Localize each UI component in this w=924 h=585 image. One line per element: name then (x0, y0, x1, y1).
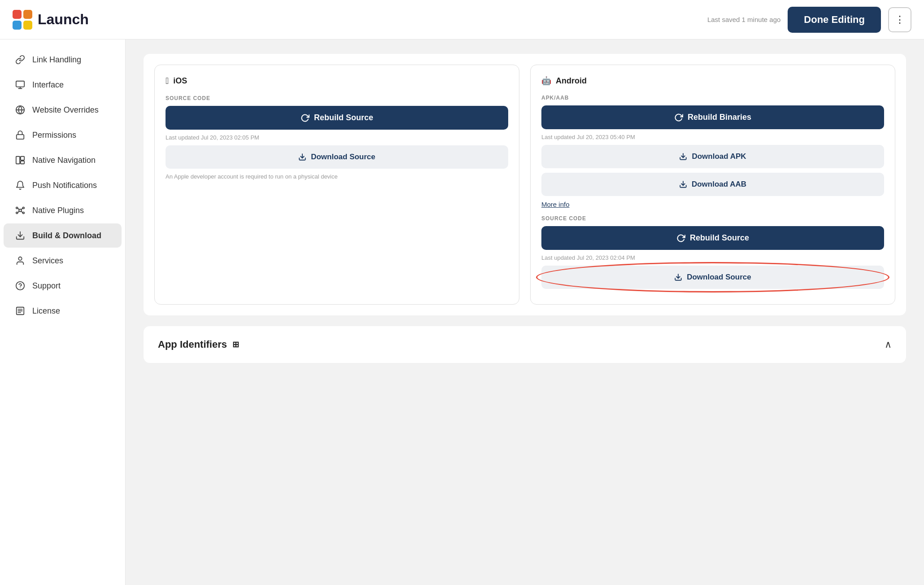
rebuild-source-icon (676, 234, 685, 243)
rebuild-icon (301, 114, 309, 122)
android-download-aab-button[interactable]: Download AAB (541, 173, 884, 196)
done-editing-button[interactable]: Done Editing (788, 7, 881, 33)
rebuild-binaries-icon (674, 113, 683, 122)
sidebar-label-website-overrides: Website Overrides (32, 105, 99, 115)
android-rebuild-source-button[interactable]: Rebuild Source (541, 226, 884, 250)
android-icon: 🤖 (541, 76, 551, 86)
platform-cards:  iOS SOURCE CODE Rebuild Source Last up… (154, 65, 895, 305)
table-icon: ⊞ (232, 340, 239, 349)
android-rebuild-binaries-button[interactable]: Rebuild Binaries (541, 105, 884, 129)
svg-point-19 (18, 257, 22, 260)
android-platform-header: 🤖 Android (541, 76, 884, 86)
app-identifiers-collapse-button[interactable]: ∧ (885, 339, 892, 350)
android-download-source-circled: Download Source (541, 266, 884, 289)
app-identifiers-section: App Identifiers ⊞ ∧ (144, 326, 906, 363)
sidebar-label-link-handling: Link Handling (32, 55, 81, 65)
logo-cell-yellow (23, 21, 32, 30)
link-icon (14, 54, 26, 65)
sidebar-item-support[interactable]: Support (4, 274, 122, 298)
svg-line-16 (18, 211, 19, 213)
sidebar-label-build-download: Build & Download (32, 231, 101, 240)
sidebar-label-services: Services (32, 256, 63, 266)
svg-line-15 (22, 208, 23, 210)
svg-rect-7 (21, 157, 24, 160)
ios-card:  iOS SOURCE CODE Rebuild Source Last up… (154, 65, 519, 305)
question-icon (14, 280, 26, 292)
download-arrow-icon (298, 153, 306, 161)
logo-area: Launch (13, 10, 89, 30)
ios-download-source-button[interactable]: Download Source (166, 145, 508, 169)
main-layout: Link Handling Interface Webs (0, 39, 924, 585)
svg-rect-6 (16, 157, 20, 164)
sidebar-label-interface: Interface (32, 80, 64, 90)
svg-rect-8 (21, 161, 24, 164)
globe-icon (14, 104, 26, 116)
build-download-section:  iOS SOURCE CODE Rebuild Source Last up… (144, 54, 906, 315)
ios-rebuild-source-button[interactable]: Rebuild Source (166, 106, 508, 130)
header: Launch Last saved 1 minute ago Done Edit… (0, 0, 924, 39)
sidebar-label-native-plugins: Native Plugins (32, 206, 84, 215)
android-download-source-button[interactable]: Download Source (541, 266, 884, 289)
logo-cell-red (13, 10, 22, 19)
sidebar-item-native-plugins[interactable]: Native Plugins (4, 198, 122, 223)
android-platform-label: Android (556, 76, 587, 86)
svg-line-14 (18, 208, 19, 210)
download-source-icon (674, 273, 682, 281)
ios-apple-dev-note: An Apple developer account is required t… (166, 173, 508, 180)
sidebar-item-interface[interactable]: Interface (4, 73, 122, 97)
sidebar-item-push-notifications[interactable]: Push Notifications (4, 173, 122, 197)
ios-platform-header:  iOS (166, 76, 508, 86)
sidebar-item-native-navigation[interactable]: Native Navigation (4, 148, 122, 172)
last-saved-text: Last saved 1 minute ago (707, 16, 780, 23)
sidebar-label-permissions: Permissions (32, 131, 76, 140)
android-card: 🤖 Android APK/AAB Rebuild Binaries Last … (530, 65, 895, 305)
svg-line-17 (22, 211, 23, 213)
sidebar-item-link-handling[interactable]: Link Handling (4, 48, 122, 72)
more-options-button[interactable]: ⋮ (888, 7, 911, 32)
ios-source-code-label: SOURCE CODE (166, 95, 508, 101)
lock-icon (14, 129, 26, 141)
logo-cell-blue (13, 21, 22, 30)
sidebar-item-website-overrides[interactable]: Website Overrides (4, 98, 122, 122)
android-more-info-link[interactable]: More info (541, 201, 884, 208)
app-identifiers-title-area: App Identifiers ⊞ (158, 339, 239, 350)
android-last-updated-apk: Last updated Jul 20, 2023 05:40 PM (541, 134, 884, 140)
sidebar-label-push-notifications: Push Notifications (32, 181, 97, 190)
sidebar-label-support: Support (32, 281, 61, 291)
app-identifiers-header: App Identifiers ⊞ ∧ (158, 339, 892, 350)
download-icon (14, 230, 26, 241)
ios-last-updated: Last updated Jul 20, 2023 02:05 PM (166, 134, 508, 141)
sidebar-label-license: License (32, 306, 60, 316)
sidebar: Link Handling Interface Webs (0, 39, 126, 585)
android-apk-aab-label: APK/AAB (541, 95, 884, 101)
header-actions: Last saved 1 minute ago Done Editing ⋮ (707, 7, 911, 33)
bell-icon (14, 179, 26, 191)
apple-icon:  (166, 76, 169, 86)
download-apk-icon (679, 153, 687, 161)
android-source-code-label: SOURCE CODE (541, 215, 884, 222)
plugins-icon (14, 205, 26, 216)
person-icon (14, 255, 26, 266)
app-identifiers-title: App Identifiers (158, 339, 227, 350)
app-title: Launch (38, 11, 89, 28)
content-area:  iOS SOURCE CODE Rebuild Source Last up… (126, 39, 924, 585)
sidebar-label-native-navigation: Native Navigation (32, 156, 96, 165)
nav-icon (14, 154, 26, 166)
logo-cell-orange (23, 10, 32, 19)
sidebar-item-services[interactable]: Services (4, 249, 122, 273)
ios-platform-label: iOS (173, 76, 187, 86)
sidebar-item-license[interactable]: License (4, 299, 122, 323)
download-aab-icon (679, 180, 687, 188)
android-download-apk-button[interactable]: Download APK (541, 145, 884, 168)
license-icon (14, 305, 26, 317)
svg-rect-0 (16, 81, 24, 87)
interface-icon (14, 79, 26, 91)
sidebar-item-permissions[interactable]: Permissions (4, 123, 122, 147)
svg-rect-5 (17, 135, 24, 139)
android-last-updated-source: Last updated Jul 20, 2023 02:04 PM (541, 254, 884, 261)
logo-icon (13, 10, 32, 30)
sidebar-item-build-download[interactable]: Build & Download (4, 223, 122, 248)
